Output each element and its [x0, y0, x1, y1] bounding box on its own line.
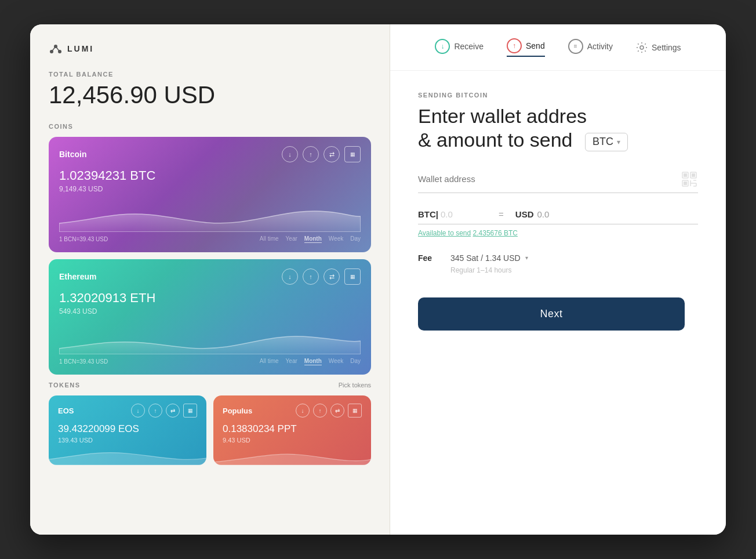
- app-container: LUMI TOTAL BALANCE 12,456.90 USD COINS B…: [30, 24, 726, 535]
- send-icon: ↑: [507, 38, 522, 53]
- ethereum-period-alltime[interactable]: All time: [260, 358, 279, 365]
- fee-value-dropdown[interactable]: 345 Sat / 1.34 USD ▾: [450, 253, 528, 263]
- svg-rect-11: [692, 173, 695, 177]
- btc-amount-input[interactable]: [441, 209, 487, 219]
- ethereum-chart: [59, 322, 361, 354]
- bitcoin-card: Bitcoin ↓ ↑ ⇄ ▦ 1.02394231 BTC 9,149.43 …: [49, 137, 371, 252]
- bitcoin-rate: 1 BCN=39.43 USD: [59, 236, 108, 242]
- eos-amount: 39.43220099 EOS: [58, 423, 197, 435]
- wallet-address-row: [418, 170, 698, 193]
- fee-row: Fee 345 Sat / 1.34 USD ▾: [418, 253, 698, 263]
- populus-name: Populus: [223, 406, 252, 415]
- eos-send-btn[interactable]: ↑: [148, 404, 162, 418]
- bitcoin-period-week[interactable]: Week: [329, 235, 343, 243]
- svg-point-5: [640, 46, 644, 49]
- nav-activity[interactable]: ≡ Activity: [568, 39, 613, 56]
- amount-row: BTC| = USD 0.0: [418, 209, 698, 224]
- left-panel: LUMI TOTAL BALANCE 12,456.90 USD COINS B…: [30, 24, 390, 535]
- btc-input-group: BTC|: [418, 209, 487, 219]
- equals-sign: =: [499, 209, 504, 219]
- bitcoin-actions: ↓ ↑ ⇄ ▦: [282, 146, 361, 162]
- bitcoin-amount: 1.02394231 BTC: [59, 168, 361, 183]
- nav-send[interactable]: ↑ Send: [507, 38, 545, 57]
- eos-token-card: EOS ↓ ↑ ⇄ ▦ 39.43220099 EOS 139.43 USD: [49, 395, 206, 465]
- bitcoin-period-month[interactable]: Month: [304, 235, 322, 243]
- send-subtitle: SENDING BITCOIN: [418, 92, 698, 99]
- bitcoin-receive-btn[interactable]: ↓: [282, 146, 298, 162]
- currency-dropdown[interactable]: BTC ▾: [585, 133, 628, 151]
- bitcoin-card-header: Bitcoin ↓ ↑ ⇄ ▦: [59, 146, 361, 162]
- nav-receive-label: Receive: [454, 42, 484, 51]
- ethereum-period-week[interactable]: Week: [329, 358, 343, 365]
- send-title-part2: & amount to send: [418, 129, 573, 151]
- eos-header: EOS ↓ ↑ ⇄ ▦: [58, 404, 197, 418]
- receive-icon: ↓: [435, 39, 450, 54]
- coins-label: COINS: [49, 123, 371, 130]
- available-amount[interactable]: 2.435676 BTC: [473, 229, 518, 237]
- pick-tokens-link[interactable]: Pick tokens: [339, 382, 371, 389]
- tokens-label: TOKENS: [49, 382, 81, 389]
- right-panel: ↓ Receive ↑ Send ≡ Activity Settings SEN…: [390, 24, 726, 535]
- ethereum-rate: 1 BCN=39.43 USD: [59, 358, 108, 365]
- ethereum-exchange-btn[interactable]: ⇄: [324, 268, 340, 285]
- available-send: Available to send 2.435676 BTC: [418, 229, 698, 237]
- fee-note: Regular 1–14 hours: [450, 266, 698, 274]
- nav-receive[interactable]: ↓ Receive: [435, 39, 484, 56]
- currency-dropdown-arrow: ▾: [617, 138, 620, 146]
- logo-icon: [49, 43, 63, 55]
- eos-chart: [49, 442, 206, 465]
- btc-label: BTC|: [418, 209, 438, 219]
- ethereum-send-btn[interactable]: ↑: [303, 268, 319, 285]
- usd-value: 0.0: [537, 209, 549, 219]
- ethereum-usd: 549.43 USD: [59, 307, 361, 315]
- svg-rect-10: [684, 182, 687, 185]
- ethereum-qr-btn[interactable]: ▦: [344, 268, 361, 285]
- ethereum-chart-footer: 1 BCN=39.43 USD All time Year Month Week…: [59, 358, 361, 365]
- populus-token-card: Populus ↓ ↑ ⇄ ▦ 0.13830234 PPT 9.43 USD: [213, 395, 371, 465]
- tokens-grid: EOS ↓ ↑ ⇄ ▦ 39.43220099 EOS 139.43 USD: [49, 395, 371, 465]
- populus-amount: 0.13830234 PPT: [223, 423, 362, 435]
- bitcoin-chart-footer: 1 BCN=39.43 USD All time Year Month Week…: [59, 235, 361, 243]
- svg-rect-9: [684, 173, 687, 177]
- populus-qr-btn[interactable]: ▦: [348, 404, 362, 418]
- activity-icon: ≡: [568, 39, 583, 54]
- bitcoin-exchange-btn[interactable]: ⇄: [324, 146, 340, 162]
- eos-actions: ↓ ↑ ⇄ ▦: [131, 404, 197, 418]
- eos-qr-btn[interactable]: ▦: [183, 404, 197, 418]
- populus-exchange-btn[interactable]: ⇄: [330, 404, 344, 418]
- nav-send-label: Send: [526, 41, 545, 50]
- nav-bar: ↓ Receive ↑ Send ≡ Activity Settings: [390, 24, 726, 71]
- eos-receive-btn[interactable]: ↓: [131, 404, 145, 418]
- ethereum-period-year[interactable]: Year: [286, 358, 297, 365]
- bitcoin-periods: All time Year Month Week Day: [260, 235, 361, 243]
- fee-amount: 345 Sat / 1.34 USD: [450, 253, 521, 263]
- ethereum-period-month[interactable]: Month: [304, 358, 322, 365]
- logo-text: LUMI: [67, 44, 94, 53]
- nav-activity-label: Activity: [587, 42, 613, 51]
- populus-chart: [213, 442, 371, 465]
- ethereum-receive-btn[interactable]: ↓: [282, 268, 298, 285]
- logo-area: LUMI: [49, 43, 371, 55]
- bitcoin-period-day[interactable]: Day: [350, 235, 361, 243]
- ethereum-period-day[interactable]: Day: [350, 358, 361, 365]
- bitcoin-send-btn[interactable]: ↑: [303, 146, 319, 162]
- nav-settings[interactable]: Settings: [636, 42, 681, 53]
- send-title-text: Enter wallet addres & amount to send BTC…: [418, 104, 628, 152]
- wallet-address-input[interactable]: [418, 174, 681, 184]
- bitcoin-qr-btn[interactable]: ▦: [344, 146, 361, 162]
- send-title: Enter wallet addres & amount to send BTC…: [418, 104, 698, 152]
- qr-scan-icon[interactable]: [681, 170, 698, 188]
- bitcoin-period-year[interactable]: Year: [286, 235, 297, 243]
- ethereum-card-header: Ethereum ↓ ↑ ⇄ ▦: [59, 268, 361, 285]
- populus-send-btn[interactable]: ↑: [313, 404, 327, 418]
- eos-exchange-btn[interactable]: ⇄: [166, 404, 180, 418]
- bitcoin-period-alltime[interactable]: All time: [260, 235, 279, 243]
- total-balance-amount: 12,456.90 USD: [49, 81, 371, 109]
- usd-group: USD 0.0: [515, 209, 550, 219]
- svg-line-3: [52, 46, 56, 52]
- next-button[interactable]: Next: [418, 297, 685, 331]
- eos-name: EOS: [58, 406, 74, 415]
- populus-header: Populus ↓ ↑ ⇄ ▦: [223, 404, 362, 418]
- svg-line-4: [56, 46, 60, 52]
- populus-receive-btn[interactable]: ↓: [296, 404, 310, 418]
